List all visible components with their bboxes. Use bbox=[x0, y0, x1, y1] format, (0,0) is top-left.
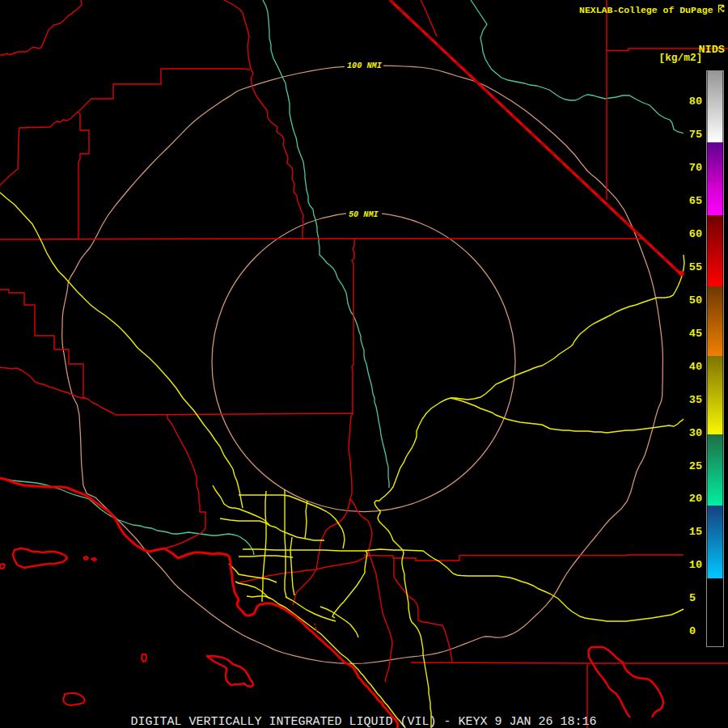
svg-text:80: 80 bbox=[689, 95, 702, 108]
svg-text:75: 75 bbox=[689, 129, 702, 141]
svg-text:50 NMI: 50 NMI bbox=[349, 210, 379, 219]
svg-text:NIDS: NIDS bbox=[699, 44, 725, 56]
svg-text:DIGITAL VERTICALLY INTEGRATED: DIGITAL VERTICALLY INTEGRATED LIQUID (VI… bbox=[131, 715, 597, 728]
svg-text:20: 20 bbox=[689, 493, 702, 505]
svg-text:45: 45 bbox=[689, 328, 702, 340]
svg-text:70: 70 bbox=[689, 162, 702, 174]
svg-text:30: 30 bbox=[689, 427, 702, 439]
svg-text:40: 40 bbox=[689, 361, 702, 373]
svg-text:35: 35 bbox=[689, 394, 702, 406]
svg-text:25: 25 bbox=[689, 460, 702, 472]
svg-text:50: 50 bbox=[689, 294, 702, 307]
svg-text:65: 65 bbox=[689, 195, 702, 207]
svg-text:[kg/m2]: [kg/m2] bbox=[659, 52, 703, 64]
svg-text:55: 55 bbox=[689, 261, 702, 273]
svg-text:NEXLAB-College of DuPage: NEXLAB-College of DuPage bbox=[579, 5, 713, 15]
svg-text:100 NMI: 100 NMI bbox=[347, 61, 383, 70]
svg-text:60: 60 bbox=[689, 228, 702, 240]
svg-text:0: 0 bbox=[689, 625, 696, 637]
svg-text:5: 5 bbox=[689, 592, 696, 604]
svg-text:10: 10 bbox=[689, 559, 702, 571]
svg-text:15: 15 bbox=[689, 526, 702, 538]
